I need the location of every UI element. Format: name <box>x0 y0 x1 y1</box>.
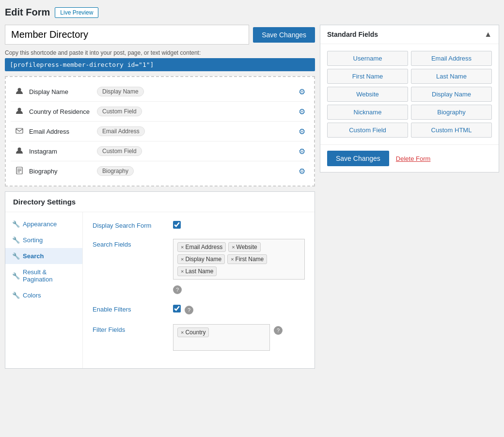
field-row: Biography Biography ⚙ <box>11 161 309 181</box>
search-tag-pill[interactable]: ×Display Name <box>177 254 225 264</box>
settings-content: Display Search Form Search Fields ×Email… <box>83 212 315 368</box>
shortcode-label: Copy this shortcode and paste it into yo… <box>5 49 315 56</box>
save-changes-button-panel[interactable]: Save Changes <box>327 151 389 166</box>
shortcode-value: [profilepress-member-directory id="1"] <box>5 58 315 71</box>
wrench-icon: 🔧 <box>12 292 20 299</box>
sidebar-label: Sorting <box>23 236 43 244</box>
standard-field-button[interactable]: Custom Field <box>327 123 408 138</box>
field-gear-icon[interactable]: ⚙ <box>299 147 305 156</box>
standard-field-button[interactable]: Email Address <box>411 51 492 66</box>
standard-fields-panel: Standard Fields ▲ UsernameEmail AddressF… <box>320 25 499 172</box>
tag-remove-icon[interactable]: × <box>181 268 184 274</box>
field-tag: Display Name <box>97 87 144 96</box>
form-name-input[interactable] <box>5 25 249 45</box>
field-name: Email Address <box>29 128 92 135</box>
field-name: Biography <box>29 168 92 175</box>
field-row: Instagram Custom Field ⚙ <box>11 141 309 161</box>
sidebar-label: Search <box>23 252 44 260</box>
search-tag-pill[interactable]: ×Email Address <box>177 242 226 252</box>
field-icon-document <box>15 167 24 176</box>
enable-filters-help-icon[interactable]: ? <box>185 306 193 314</box>
settings-sidebar: 🔧Appearance🔧Sorting🔧Search🔧Result & Pagi… <box>5 212 83 368</box>
field-gear-icon[interactable]: ⚙ <box>299 107 305 116</box>
display-search-form-checkbox[interactable] <box>173 221 181 229</box>
field-name: Display Name <box>29 88 92 95</box>
search-fields-input[interactable]: ×Email Address×Website×Display Name×Firs… <box>173 239 305 280</box>
sidebar-item-appearance[interactable]: 🔧Appearance <box>5 216 82 232</box>
field-gear-icon[interactable]: ⚙ <box>299 167 305 176</box>
search-tag-pill[interactable]: ×Website <box>228 242 261 252</box>
field-icon-person <box>15 107 24 116</box>
page-title: Edit Form <box>5 7 50 18</box>
field-row: Email Address Email Address ⚙ <box>11 122 309 141</box>
wrench-icon: 🔧 <box>12 220 20 228</box>
sidebar-item-sorting[interactable]: 🔧Sorting <box>5 232 82 248</box>
directory-settings-panel: Directory Settings 🔧Appearance🔧Sorting🔧S… <box>5 191 315 369</box>
standard-field-button[interactable]: Username <box>327 51 408 66</box>
sidebar-label: Result & Pagination <box>23 268 76 283</box>
search-tag-pill[interactable]: ×First Name <box>227 254 267 264</box>
enable-filters-row: Enable Filters ? <box>93 304 305 314</box>
collapse-icon[interactable]: ▲ <box>484 30 492 39</box>
filter-tag-pill[interactable]: ×Country <box>177 328 209 337</box>
display-search-form-label: Display Search Form <box>93 220 165 229</box>
filter-fields-help-icon[interactable]: ? <box>274 326 283 335</box>
field-icon-person <box>15 147 24 156</box>
enable-filters-checkbox[interactable] <box>173 305 181 312</box>
field-name: Instagram <box>29 148 92 155</box>
directory-settings-title: Directory Settings <box>5 192 315 212</box>
tag-remove-icon[interactable]: × <box>181 256 184 262</box>
sidebar-label: Appearance <box>23 220 57 228</box>
field-tag: Custom Field <box>97 107 142 116</box>
field-gear-icon[interactable]: ⚙ <box>299 127 305 136</box>
standard-field-button[interactable]: Last Name <box>411 69 492 84</box>
delete-form-link[interactable]: Delete Form <box>396 155 431 162</box>
field-gear-icon[interactable]: ⚙ <box>299 87 305 96</box>
sidebar-item-colors[interactable]: 🔧Colors <box>5 287 82 303</box>
tag-remove-icon[interactable]: × <box>181 244 184 250</box>
tag-remove-icon[interactable]: × <box>232 244 235 250</box>
wrench-icon: 🔧 <box>12 236 20 244</box>
sidebar-label: Colors <box>23 292 41 299</box>
live-preview-button[interactable]: Live Preview <box>55 7 98 18</box>
field-buttons-grid: UsernameEmail AddressFirst NameLast Name… <box>320 44 499 144</box>
filter-fields-row: Filter Fields ×Country ? <box>93 324 305 351</box>
search-fields-label: Search Fields <box>93 239 165 248</box>
wrench-icon: 🔧 <box>12 272 20 280</box>
field-icon-email <box>15 127 24 136</box>
filter-fields-input[interactable]: ×Country <box>173 324 270 351</box>
standard-field-button[interactable]: Nickname <box>327 105 408 120</box>
fields-container: Display Name Display Name ⚙ Country of R… <box>5 76 315 187</box>
field-tag: Email Address <box>97 126 145 136</box>
field-name: Country of Residence <box>29 108 92 115</box>
field-tag: Biography <box>97 166 134 176</box>
wrench-icon: 🔧 <box>12 252 20 260</box>
filter-fields-label: Filter Fields <box>93 324 165 333</box>
standard-field-button[interactable]: Website <box>327 87 408 102</box>
search-fields-help-icon[interactable]: ? <box>173 285 182 294</box>
search-tag-pill[interactable]: ×Last Name <box>177 266 217 276</box>
field-row: Display Name Display Name ⚙ <box>11 82 309 102</box>
tag-remove-icon[interactable]: × <box>181 329 184 335</box>
standard-field-button[interactable]: First Name <box>327 69 408 84</box>
standard-fields-title: Standard Fields <box>327 31 378 38</box>
save-changes-button-top[interactable]: Save Changes <box>253 27 315 43</box>
display-search-form-row: Display Search Form <box>93 220 305 229</box>
enable-filters-label: Enable Filters <box>93 304 165 313</box>
sidebar-item-search[interactable]: 🔧Search <box>5 248 82 264</box>
search-fields-row: Search Fields ×Email Address×Website×Dis… <box>93 239 305 294</box>
svg-rect-2 <box>16 128 23 133</box>
field-tag: Custom Field <box>97 146 142 156</box>
field-row: Country of Residence Custom Field ⚙ <box>11 102 309 122</box>
sidebar-item-result---pagination[interactable]: 🔧Result & Pagination <box>5 264 82 287</box>
tag-remove-icon[interactable]: × <box>231 256 234 262</box>
standard-field-button[interactable]: Display Name <box>411 87 492 102</box>
field-icon-person <box>15 87 24 96</box>
standard-field-button[interactable]: Biography <box>411 105 492 120</box>
standard-field-button[interactable]: Custom HTML <box>411 123 492 138</box>
